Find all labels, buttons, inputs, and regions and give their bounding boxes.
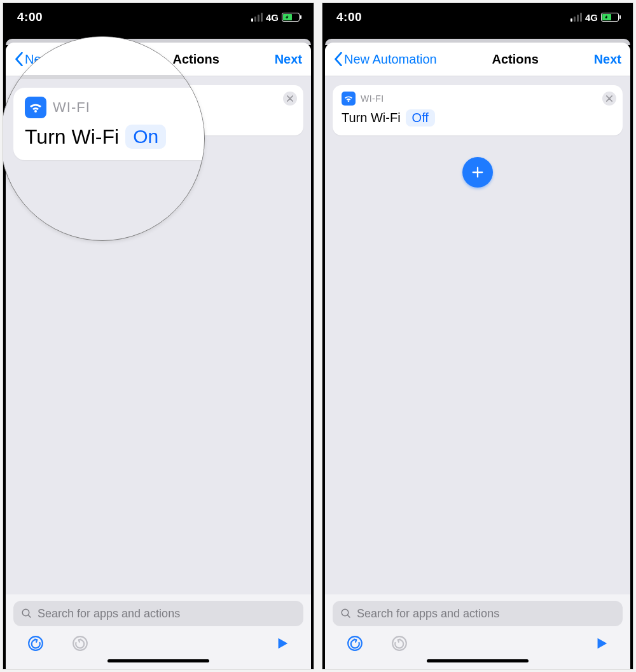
network-label: 4G <box>266 12 279 23</box>
signal-icon <box>251 13 263 22</box>
status-time: 4:00 <box>336 10 362 24</box>
zoom-category: WI-FI <box>53 99 90 116</box>
wifi-icon <box>25 97 46 118</box>
card-remove-button[interactable] <box>602 92 616 106</box>
state-toggle[interactable]: Off <box>406 109 435 127</box>
card-category: WI-FI <box>361 93 384 104</box>
zoom-highlight: N ctions WI-FI Turn Wi-Fi On <box>3 36 205 241</box>
workspace: WI-FI Turn Wi-Fi Off <box>325 76 630 594</box>
play-button[interactable] <box>595 636 609 650</box>
plus-icon <box>471 165 485 179</box>
home-indicator[interactable] <box>107 659 209 662</box>
next-button[interactable]: Next <box>275 52 302 67</box>
search-placeholder: Search for apps and actions <box>38 607 180 621</box>
redo-button <box>391 635 408 652</box>
status-time: 4:00 <box>17 10 43 24</box>
page-title: Actions <box>172 52 219 67</box>
card-text: Turn Wi-Fi <box>342 111 401 125</box>
card-remove-button[interactable] <box>283 92 297 106</box>
next-button[interactable]: Next <box>594 52 621 67</box>
play-button[interactable] <box>275 636 289 650</box>
bottom-panel: Search for apps and actions <box>6 594 311 669</box>
network-label: 4G <box>585 12 598 23</box>
zoom-text: Turn Wi-Fi <box>25 125 119 149</box>
back-button[interactable]: New Automation <box>334 52 437 67</box>
undo-button[interactable] <box>347 635 363 652</box>
zoom-action-card[interactable]: WI-FI Turn Wi-Fi On <box>13 88 205 160</box>
search-input[interactable]: Search for apps and actions <box>13 601 303 626</box>
action-card[interactable]: WI-FI Turn Wi-Fi Off <box>333 85 623 135</box>
signal-icon <box>570 13 582 22</box>
search-icon <box>21 608 32 619</box>
nav-bar: New Automation Actions Next <box>325 43 630 76</box>
phone-right: 4:00 4G New Automation Actions Next <box>322 3 633 669</box>
page-title: Actions <box>492 52 538 67</box>
search-icon <box>340 608 352 619</box>
chevron-left-icon <box>334 52 343 66</box>
status-bar: 4:00 4G <box>322 3 633 35</box>
status-right: 4G <box>570 12 619 23</box>
battery-icon <box>601 13 619 22</box>
chevron-left-icon <box>15 52 24 66</box>
wifi-icon <box>342 92 356 106</box>
bottom-panel: Search for apps and actions <box>325 594 630 669</box>
close-icon <box>287 95 293 102</box>
zoom-state-toggle[interactable]: On <box>125 125 166 149</box>
status-right: 4G <box>251 12 300 23</box>
phone-left: 4:00 4G New Automation Actions Next <box>3 3 314 669</box>
undo-button[interactable] <box>27 635 44 652</box>
toolbar <box>333 626 623 655</box>
close-icon <box>606 95 612 102</box>
redo-button <box>72 635 88 652</box>
add-action-button[interactable] <box>462 157 493 188</box>
toolbar <box>13 626 303 655</box>
back-label: New Automation <box>344 52 437 67</box>
search-input[interactable]: Search for apps and actions <box>333 601 623 626</box>
search-placeholder: Search for apps and actions <box>357 607 499 621</box>
home-indicator[interactable] <box>427 659 529 662</box>
status-bar: 4:00 4G <box>3 3 314 35</box>
battery-icon <box>282 13 300 22</box>
